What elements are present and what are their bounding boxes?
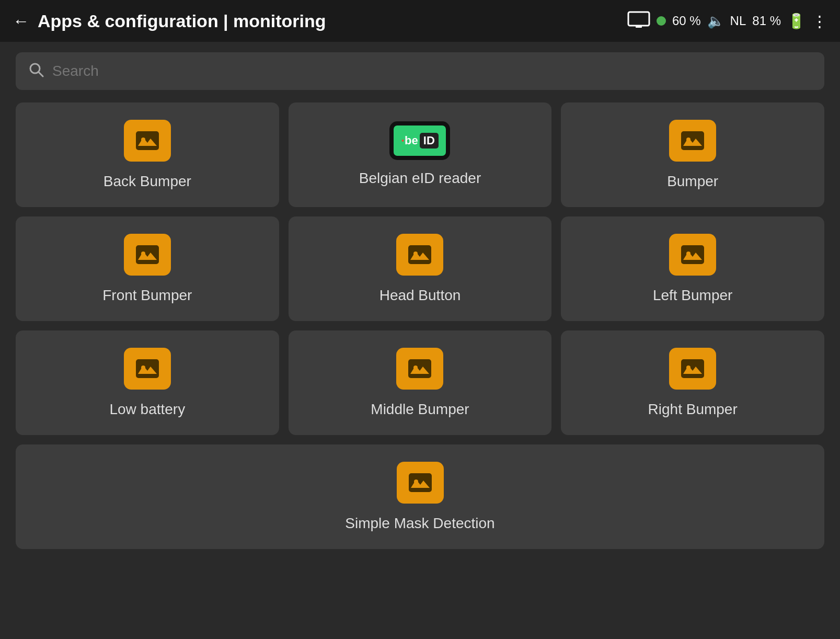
header: ← Apps & configuration | monitoring 60 %… xyxy=(0,0,840,42)
svg-rect-8 xyxy=(136,245,159,264)
back-bumper-label: Back Bumper xyxy=(103,173,191,190)
front-bumper-label: Front Bumper xyxy=(102,287,192,304)
svg-point-9 xyxy=(141,252,145,256)
head-button-icon xyxy=(396,234,443,276)
app-card-simple-mask[interactable]: Simple Mask Detection xyxy=(16,444,824,549)
battery-percent: 60 % xyxy=(672,14,701,28)
app-card-left-bumper[interactable]: Left Bumper xyxy=(561,216,824,321)
app-card-middle-bumper[interactable]: Middle Bumper xyxy=(289,330,552,435)
svg-rect-18 xyxy=(681,359,704,378)
simple-mask-label: Simple Mask Detection xyxy=(345,515,494,532)
app-card-back-bumper[interactable]: Back Bumper xyxy=(16,102,279,207)
svg-point-17 xyxy=(413,366,418,370)
right-bumper-label: Right Bumper xyxy=(648,401,738,418)
svg-point-21 xyxy=(414,480,418,484)
bumper-icon xyxy=(669,120,716,162)
app-card-belgian-eid[interactable]: • be ID Belgian eID reader xyxy=(289,102,552,207)
svg-point-13 xyxy=(686,252,691,256)
app-card-low-battery[interactable]: Low battery xyxy=(16,330,279,435)
app-card-right-bumper[interactable]: Right Bumper xyxy=(561,330,824,435)
svg-point-11 xyxy=(413,252,418,256)
signal-percent: 81 % xyxy=(752,14,781,28)
right-bumper-icon xyxy=(669,348,716,390)
battery-icon: 🔋 xyxy=(787,13,806,30)
svg-rect-6 xyxy=(681,131,704,150)
simple-mask-icon xyxy=(397,462,444,504)
app-grid: Back Bumper • be ID Belgian eID reader B… xyxy=(16,102,824,435)
svg-point-7 xyxy=(686,138,691,142)
svg-rect-14 xyxy=(136,359,159,378)
left-bumper-label: Left Bumper xyxy=(653,287,733,304)
svg-point-15 xyxy=(141,366,145,370)
more-options-button[interactable]: ⋮ xyxy=(812,12,827,30)
online-indicator xyxy=(657,16,666,26)
back-bumper-icon xyxy=(124,120,171,162)
low-battery-label: Low battery xyxy=(109,401,185,418)
svg-rect-4 xyxy=(136,131,159,150)
search-icon xyxy=(28,62,44,81)
language-label: NL xyxy=(730,14,746,28)
head-button-label: Head Button xyxy=(379,287,461,304)
svg-rect-0 xyxy=(628,12,649,26)
bumper-label: Bumper xyxy=(667,173,718,190)
middle-bumper-icon xyxy=(396,348,443,390)
front-bumper-icon xyxy=(124,234,171,276)
screen-icon xyxy=(627,11,650,31)
svg-rect-12 xyxy=(681,245,704,264)
main-content: Back Bumper • be ID Belgian eID reader B… xyxy=(0,42,840,560)
svg-point-5 xyxy=(141,138,145,142)
svg-rect-20 xyxy=(409,473,432,492)
left-bumper-icon xyxy=(669,234,716,276)
status-bar: 60 % 🔈 NL 81 % 🔋 ⋮ xyxy=(627,11,827,31)
low-battery-icon xyxy=(124,348,171,390)
app-card-head-button[interactable]: Head Button xyxy=(289,216,552,321)
page-title: Apps & configuration | monitoring xyxy=(38,11,619,31)
volume-icon: 🔈 xyxy=(707,13,724,29)
svg-rect-1 xyxy=(636,26,642,28)
svg-rect-10 xyxy=(408,245,431,264)
app-card-bumper[interactable]: Bumper xyxy=(561,102,824,207)
app-card-front-bumper[interactable]: Front Bumper xyxy=(16,216,279,321)
svg-line-3 xyxy=(39,72,43,76)
svg-rect-16 xyxy=(408,359,431,378)
belgian-eid-label: Belgian eID reader xyxy=(359,170,481,187)
beid-icon-wrap: • be ID xyxy=(391,123,448,158)
back-button[interactable]: ← xyxy=(13,12,29,31)
middle-bumper-label: Middle Bumper xyxy=(371,401,469,418)
svg-point-19 xyxy=(686,366,691,370)
search-input[interactable] xyxy=(52,63,812,79)
search-bar xyxy=(16,52,824,90)
